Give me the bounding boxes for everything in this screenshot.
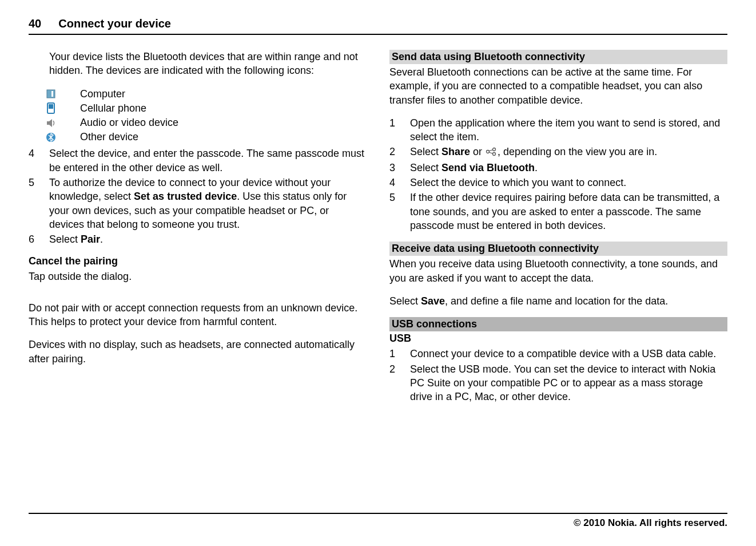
receive-data-heading: Receive data using Bluetooth connectivit… xyxy=(389,242,727,256)
step-number: 3 xyxy=(389,161,410,175)
speaker-icon xyxy=(46,118,80,128)
svg-rect-1 xyxy=(51,91,53,97)
left-column: Your device lists the Bluetooth devices … xyxy=(29,50,367,413)
step-text: Select the USB mode. You can set the dev… xyxy=(410,362,727,404)
list-item: 4 Select the device, and enter the passc… xyxy=(29,147,367,175)
step-text: Select Share or , depending on the view … xyxy=(410,145,657,159)
step-text: If the other device requires pairing bef… xyxy=(410,191,727,232)
step-number: 1 xyxy=(389,116,410,144)
share-icon xyxy=(485,146,498,160)
step-number: 2 xyxy=(389,145,410,159)
list-item: 1 Open the application where the item yo… xyxy=(389,116,727,144)
step-text: Select Pair. xyxy=(49,232,103,246)
list-item: 2 Select Share or , depending on the vie… xyxy=(389,145,727,159)
icon-label: Cellular phone xyxy=(80,101,146,116)
pairing-warning-text: Do not pair with or accept connection re… xyxy=(29,301,367,329)
step-number: 4 xyxy=(389,176,410,189)
list-item: 5 If the other device requires pairing b… xyxy=(389,191,727,232)
page-number: 40 xyxy=(29,17,41,30)
right-column: Send data using Bluetooth connectivity S… xyxy=(389,50,727,413)
receive-data-text: When you receive data using Bluetooth co… xyxy=(389,257,727,285)
step-number: 4 xyxy=(29,147,49,175)
bluetooth-icon xyxy=(46,132,80,143)
svg-point-8 xyxy=(493,152,496,155)
svg-marker-4 xyxy=(47,119,52,127)
copyright-footer: © 2010 Nokia. All rights reserved. xyxy=(29,513,727,529)
step-number: 5 xyxy=(389,191,410,232)
computer-icon xyxy=(46,89,80,99)
send-steps-list: 1 Open the application where the item yo… xyxy=(389,116,727,232)
page: 40 Connect your device Your device lists… xyxy=(0,0,756,546)
list-item: 1 Connect your device to a compatible de… xyxy=(389,347,727,361)
icon-label: Other device xyxy=(80,130,138,144)
list-item: 6 Select Pair. xyxy=(29,232,367,246)
icon-label: Computer xyxy=(80,87,125,101)
step-text: To authorize the device to connect to yo… xyxy=(49,176,367,231)
icon-row-phone: Cellular phone xyxy=(46,101,367,116)
device-icon-table: Computer Cellular phone Audio or video d… xyxy=(46,87,367,145)
icon-row-other: Other device xyxy=(46,130,367,144)
usb-connections-heading: USB connections xyxy=(389,317,727,331)
receive-save-text: Select Save, and define a file name and … xyxy=(389,294,727,308)
icon-label: Audio or video device xyxy=(80,116,178,130)
phone-icon xyxy=(46,102,80,114)
icon-row-audio: Audio or video device xyxy=(46,116,367,130)
step-number: 2 xyxy=(389,362,410,404)
list-item: 5 To authorize the device to connect to … xyxy=(29,176,367,231)
step-text: Connect your device to a compatible devi… xyxy=(410,347,716,361)
step-text: Open the application where the item you … xyxy=(410,116,727,144)
cancel-pairing-heading: Cancel the pairing xyxy=(29,255,367,267)
send-data-heading: Send data using Bluetooth connectivity xyxy=(389,50,727,64)
svg-rect-3 xyxy=(49,104,53,109)
svg-rect-0 xyxy=(47,90,55,98)
usb-steps-list: 1 Connect your device to a compatible de… xyxy=(389,347,727,403)
headset-note-text: Devices with no display, such as headset… xyxy=(29,338,367,366)
svg-point-7 xyxy=(493,148,496,151)
step-text: Select Send via Bluetooth. xyxy=(410,161,538,175)
step-number: 6 xyxy=(29,232,49,246)
list-item: 2 Select the USB mode. You can set the d… xyxy=(389,362,727,404)
step-number: 5 xyxy=(29,176,49,231)
bt-intro-text: Your device lists the Bluetooth devices … xyxy=(49,50,367,78)
list-item: 4 Select the device to which you want to… xyxy=(389,176,727,189)
content-columns: Your device lists the Bluetooth devices … xyxy=(29,50,727,413)
svg-line-10 xyxy=(489,152,493,154)
page-title: Connect your device xyxy=(58,17,171,30)
svg-line-9 xyxy=(489,149,493,151)
step-text: Select the device to which you want to c… xyxy=(410,176,626,189)
usb-heading: USB xyxy=(389,331,727,346)
svg-point-6 xyxy=(487,150,490,153)
step-text: Select the device, and enter the passcod… xyxy=(49,147,367,175)
icon-row-computer: Computer xyxy=(46,87,367,101)
list-item: 3 Select Send via Bluetooth. xyxy=(389,161,727,175)
cancel-pairing-text: Tap outside the dialog. xyxy=(29,270,367,283)
send-data-text: Several Bluetooth connections can be act… xyxy=(389,65,727,107)
pair-steps-list: 4 Select the device, and enter the passc… xyxy=(29,147,367,246)
page-header: 40 Connect your device xyxy=(29,17,727,35)
step-number: 1 xyxy=(389,347,410,361)
